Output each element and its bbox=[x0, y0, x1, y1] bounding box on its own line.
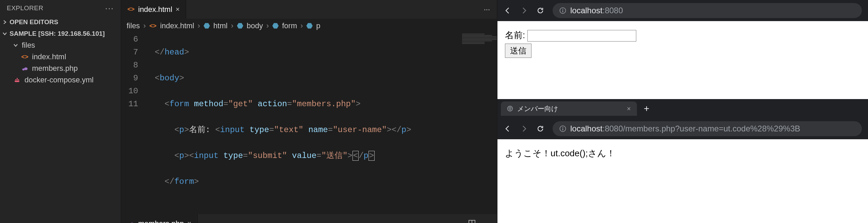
back-button[interactable] bbox=[504, 6, 514, 15]
tabbar-top: <> index.html × ··· bbox=[121, 0, 497, 19]
forward-button[interactable] bbox=[520, 125, 530, 133]
svg-rect-10 bbox=[562, 10, 563, 12]
more-icon[interactable]: ··· bbox=[484, 219, 490, 223]
reload-button[interactable] bbox=[536, 6, 546, 15]
browser-window-top: localhost:8080 名前: bbox=[497, 0, 868, 99]
address-bar[interactable]: localhost:8080 bbox=[553, 3, 862, 18]
page-content-top: 名前: bbox=[497, 21, 868, 99]
browser-tabstrip: メンバー向け × + bbox=[497, 99, 868, 118]
name-input[interactable] bbox=[527, 30, 636, 42]
file-label: members.php bbox=[32, 64, 78, 73]
globe-icon bbox=[507, 106, 513, 112]
more-icon[interactable]: ··· bbox=[105, 3, 114, 13]
url-port: :8080 bbox=[603, 6, 623, 15]
reload-button[interactable] bbox=[536, 125, 546, 133]
crumb[interactable]: html bbox=[213, 21, 228, 30]
breadcrumb-top[interactable]: files› <> index.html› ⬣ html› ⬣ body› ⬣ … bbox=[121, 19, 497, 33]
symbol-icon: ⬣ bbox=[306, 21, 313, 30]
name-label: 名前: bbox=[505, 30, 525, 40]
browser-tab-title: メンバー向け bbox=[517, 104, 558, 113]
file-members-php[interactable]: members.php bbox=[0, 63, 121, 74]
browser-tab[interactable]: メンバー向け × bbox=[501, 101, 637, 116]
file-tree: files <> index.html members.php docker-c… bbox=[0, 39, 121, 86]
browser-window-bottom: メンバー向け × + localhost:8080/members.php?us… bbox=[497, 99, 868, 223]
code-lines[interactable]: </head> <body> <form method="get" action… bbox=[145, 33, 497, 214]
browser-panels: localhost:8080 名前: メンバー向け bbox=[497, 0, 868, 223]
symbol-icon: ⬣ bbox=[237, 21, 243, 30]
folder-label: files bbox=[22, 41, 35, 50]
tab-members-php[interactable]: members.php × bbox=[121, 214, 198, 223]
page-content-bottom: ようこそ！ut.code();さん！ bbox=[497, 139, 868, 223]
explorer-sidebar: EXPLORER ··· OPEN EDITORS SAMPLE [SSH: 1… bbox=[0, 0, 121, 223]
svg-point-1 bbox=[24, 67, 28, 70]
svg-point-9 bbox=[562, 9, 563, 10]
file-docker-compose[interactable]: docker-compose.yml bbox=[0, 74, 121, 86]
html-file-icon: <> bbox=[21, 53, 29, 61]
html-file-icon: <> bbox=[149, 22, 157, 30]
workspace-label: SAMPLE [SSH: 192.168.56.101] bbox=[10, 30, 105, 37]
back-button[interactable] bbox=[504, 125, 514, 133]
crumb[interactable]: p bbox=[316, 21, 320, 30]
address-bar[interactable]: localhost:8080/members.php?user-name=ut.… bbox=[553, 121, 862, 136]
file-index-html[interactable]: <> index.html bbox=[0, 51, 121, 63]
line-gutter: 6 7 8 9 10 11 bbox=[121, 33, 145, 214]
url-host: localhost bbox=[570, 6, 603, 15]
workspace-section[interactable]: SAMPLE [SSH: 192.168.56.101] bbox=[0, 28, 121, 39]
more-icon[interactable]: ··· bbox=[484, 5, 490, 14]
crumb[interactable]: files bbox=[127, 21, 140, 30]
tabbar-bottom: members.php × ··· bbox=[121, 214, 497, 223]
url-host: localhost bbox=[570, 124, 603, 133]
new-tab-button[interactable]: + bbox=[640, 103, 653, 114]
close-icon[interactable]: × bbox=[176, 5, 180, 13]
info-icon bbox=[559, 7, 566, 14]
explorer-title: EXPLORER bbox=[7, 4, 43, 12]
info-icon bbox=[559, 125, 566, 132]
folder-files[interactable]: files bbox=[0, 39, 121, 51]
browser-toolbar: localhost:8080 bbox=[497, 0, 868, 21]
url-rest: :8080/members.php?user-name=ut.code%28%2… bbox=[603, 124, 800, 133]
open-editors-label: OPEN EDITORS bbox=[10, 18, 58, 26]
crumb[interactable]: index.html bbox=[160, 21, 194, 30]
crumb[interactable]: body bbox=[247, 21, 263, 30]
crumb[interactable]: form bbox=[282, 21, 297, 30]
chevron-down-icon bbox=[3, 32, 7, 36]
docker-file-icon bbox=[14, 76, 21, 84]
minimap[interactable] bbox=[459, 33, 497, 214]
editor-pane-bottom: members.php × ··· files› members.php 6 bbox=[121, 214, 497, 223]
tab-label: index.html bbox=[138, 5, 172, 14]
welcome-text: ようこそ！ut.code();さん！ bbox=[505, 147, 861, 159]
split-editor-icon[interactable] bbox=[468, 219, 476, 223]
symbol-icon: ⬣ bbox=[203, 21, 210, 30]
browser-toolbar: localhost:8080/members.php?user-name=ut.… bbox=[497, 118, 868, 139]
tab-index-html[interactable]: <> index.html × bbox=[121, 0, 186, 19]
file-label: index.html bbox=[32, 52, 66, 61]
forward-button[interactable] bbox=[520, 6, 530, 15]
chevron-down-icon bbox=[14, 43, 18, 47]
editor-group: <> index.html × ··· files› <> index.html… bbox=[121, 0, 497, 223]
chevron-right-icon bbox=[3, 20, 7, 24]
tab-label: members.php bbox=[138, 219, 184, 223]
close-icon[interactable]: × bbox=[187, 220, 192, 223]
open-editors-section[interactable]: OPEN EDITORS bbox=[0, 16, 121, 28]
php-file-icon bbox=[21, 65, 29, 72]
close-icon[interactable]: × bbox=[627, 105, 631, 113]
editor-pane-top: <> index.html × ··· files› <> index.html… bbox=[121, 0, 497, 214]
file-label: docker-compose.yml bbox=[24, 76, 94, 84]
php-file-icon bbox=[127, 220, 135, 223]
svg-rect-14 bbox=[562, 128, 563, 130]
symbol-icon: ⬣ bbox=[272, 21, 279, 30]
code-area-top[interactable]: 6 7 8 9 10 11 </head> <body> <form metho… bbox=[121, 33, 497, 214]
submit-button[interactable] bbox=[505, 44, 531, 58]
svg-point-13 bbox=[562, 127, 563, 128]
explorer-header: EXPLORER ··· bbox=[0, 0, 121, 16]
demo-form: 名前: bbox=[505, 29, 861, 58]
html-file-icon: <> bbox=[127, 6, 135, 13]
